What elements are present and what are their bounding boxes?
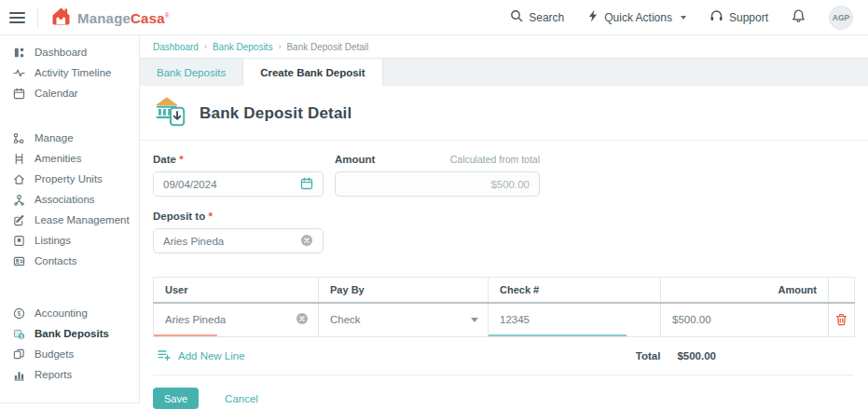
deposit-form: Date * 09/04/2024 Amount Calculated from… xyxy=(140,141,868,253)
breadcrumb-bank-deposits[interactable]: Bank Deposits xyxy=(213,42,272,52)
check-no-value: 12345 xyxy=(500,314,530,325)
support-button[interactable]: Support xyxy=(710,9,768,25)
managecasa-logo[interactable]: ManageCasa® xyxy=(50,6,170,30)
amount-cell[interactable]: $500.00 xyxy=(661,303,829,337)
activity-icon xyxy=(12,67,25,79)
bar-chart-icon xyxy=(12,369,25,381)
delete-row-cell xyxy=(829,303,855,337)
deposit-lines-table: User Pay By Check # Amount Aries Pineda xyxy=(153,277,855,337)
lightning-icon xyxy=(587,9,599,25)
sidebar-item-label: Listings xyxy=(34,235,71,246)
calendar-picker-icon[interactable] xyxy=(300,177,313,192)
column-header-user: User xyxy=(154,278,319,303)
sidebar-item-manage[interactable]: Manage xyxy=(0,128,139,148)
add-new-line-button[interactable]: Add New Line xyxy=(153,348,245,363)
total-label: Total xyxy=(636,350,661,361)
sidebar-item-reports[interactable]: Reports xyxy=(0,364,139,385)
sidebar-item-label: Accounting xyxy=(34,307,88,319)
sidebar-item-lease-management[interactable]: Lease Management xyxy=(0,210,139,230)
sidebar-item-accounting[interactable]: $ Accounting xyxy=(0,303,139,323)
date-input[interactable]: 09/04/2024 xyxy=(153,171,324,197)
sidebar-item-amenities[interactable]: Amenities xyxy=(0,148,139,169)
form-actions: Save Cancel xyxy=(153,388,868,409)
tab-create-bank-deposit[interactable]: Create Bank Deposit xyxy=(243,59,382,86)
user-input-underline xyxy=(154,334,217,336)
user-value: Aries Pineda xyxy=(165,314,226,325)
search-icon xyxy=(510,9,523,25)
sidebar-item-label: Budgets xyxy=(34,348,74,360)
date-field-group: Date * 09/04/2024 xyxy=(153,154,324,197)
check-no-cell[interactable]: 12345 xyxy=(489,303,661,337)
deposit-to-field-group: Deposit to * Aries Pineda xyxy=(153,211,868,253)
pay-by-cell[interactable]: Check xyxy=(319,303,489,337)
sidebar-item-activity-timeline[interactable]: Activity Timeline xyxy=(0,62,139,83)
sidebar-item-label: Bank Deposits xyxy=(34,328,109,339)
budgets-icon xyxy=(12,348,25,361)
table-header-row: User Pay By Check # Amount xyxy=(154,278,855,303)
dashboard-icon xyxy=(12,47,25,59)
breadcrumb-separator: › xyxy=(204,42,207,51)
sidebar-group-general: Dashboard Activity Timeline Calendar xyxy=(0,42,139,103)
tab-bar: Bank Deposits Create Bank Deposit xyxy=(140,58,868,86)
clear-user-icon[interactable] xyxy=(296,312,309,327)
save-button[interactable]: Save xyxy=(153,388,199,409)
breadcrumb-separator: › xyxy=(278,42,281,51)
avatar[interactable]: AGP xyxy=(829,6,853,30)
sidebar-item-associations[interactable]: Associations xyxy=(0,189,139,210)
sidebar-item-label: Lease Management xyxy=(34,214,130,225)
dollar-circle-icon: $ xyxy=(12,307,25,320)
sidebar-item-listings[interactable]: Listings xyxy=(0,230,139,251)
hamburger-menu-icon[interactable] xyxy=(9,12,25,23)
sidebar-item-bank-deposits[interactable]: $ Bank Deposits xyxy=(0,323,139,344)
brand-first: Manage xyxy=(77,10,131,26)
form-row-date-amount: Date * 09/04/2024 Amount Calculated from… xyxy=(153,154,868,197)
quick-actions-button[interactable]: Quick Actions xyxy=(587,9,686,25)
deposit-to-select[interactable]: Aries Pineda xyxy=(153,228,324,253)
app-window: ManageCasa® Search Quick Actions xyxy=(0,0,868,409)
sidebar-item-label: Property Units xyxy=(34,173,103,184)
sidebar-item-label: Associations xyxy=(34,194,95,205)
search-button[interactable]: Search xyxy=(510,9,564,25)
calendar-icon xyxy=(12,88,25,100)
listing-bookmark-icon xyxy=(12,235,25,247)
amount-hint: Calculated from total xyxy=(450,154,540,165)
sidebar-group-manage: Manage Amenities Property Units Associat… xyxy=(0,128,139,271)
cancel-button[interactable]: Cancel xyxy=(225,393,258,404)
amount-label-row: Amount Calculated from total xyxy=(335,154,540,165)
ladder-icon xyxy=(12,153,25,165)
sidebar-item-label: Contacts xyxy=(34,255,76,266)
bank-deposit-icon xyxy=(153,95,187,131)
tab-bank-deposits[interactable]: Bank Deposits xyxy=(140,59,243,86)
breadcrumb-current: Bank Deposit Detail xyxy=(286,42,368,52)
add-line-icon xyxy=(158,348,171,363)
sidebar-item-label: Dashboard xyxy=(34,47,87,58)
user-cell[interactable]: Aries Pineda xyxy=(154,303,319,337)
search-label: Search xyxy=(529,11,564,24)
required-asterisk: * xyxy=(208,211,212,222)
sidebar-item-label: Activity Timeline xyxy=(34,67,111,78)
total-value: $500.00 xyxy=(677,350,716,361)
date-value: 09/04/2024 xyxy=(163,179,217,190)
notifications-button[interactable] xyxy=(792,8,806,26)
amount-value: $500.00 xyxy=(490,179,530,190)
support-label: Support xyxy=(729,11,768,24)
headset-icon xyxy=(710,9,723,25)
breadcrumb-dashboard[interactable]: Dashboard xyxy=(153,42,199,52)
sidebar-item-property-units[interactable]: Property Units xyxy=(0,169,139,189)
sidebar-item-contacts[interactable]: Contacts xyxy=(0,251,139,271)
people-network-icon xyxy=(12,194,25,206)
contact-card-icon xyxy=(12,255,25,267)
bell-icon xyxy=(792,8,806,26)
sidebar-item-dashboard[interactable]: Dashboard xyxy=(0,42,139,62)
quick-actions-label: Quick Actions xyxy=(604,11,672,24)
date-label: Date * xyxy=(153,154,324,165)
column-header-pay-by: Pay By xyxy=(319,278,489,303)
avatar-initials: AGP xyxy=(833,13,849,22)
sidebar-item-calendar[interactable]: Calendar xyxy=(0,83,139,103)
column-header-amount: Amount xyxy=(661,278,829,303)
trash-icon[interactable] xyxy=(829,304,854,337)
sidebar-item-label: Reports xyxy=(34,369,72,380)
sidebar-item-budgets[interactable]: Budgets xyxy=(0,344,139,364)
clear-selection-icon[interactable] xyxy=(300,234,313,249)
top-header: ManageCasa® Search Quick Actions xyxy=(0,0,868,35)
